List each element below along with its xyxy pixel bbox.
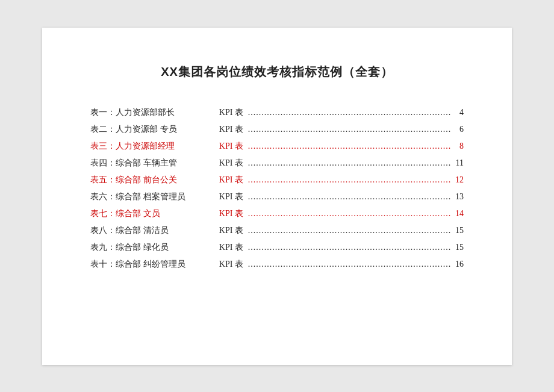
toc-kpi: KPI 表	[214, 222, 248, 239]
toc-page: 12	[451, 172, 464, 188]
toc-page: 11	[451, 155, 464, 172]
toc-label: 表一：人力资源部部长	[90, 104, 214, 121]
toc-page: 15	[451, 239, 464, 256]
toc-dots: ........................................…	[248, 188, 452, 205]
toc-page: 16	[451, 256, 464, 273]
toc-dots: ........................................…	[248, 222, 452, 239]
toc-dots: ........................................…	[248, 155, 452, 172]
toc-kpi: KPI 表	[214, 121, 248, 138]
toc-kpi: KPI 表	[214, 155, 248, 172]
toc-page: 4	[451, 104, 464, 121]
toc-kpi: KPI 表	[214, 188, 248, 205]
document-page: XX集团各岗位绩效考核指标范例（全套） 表一：人力资源部部长 KPI 表 ...…	[42, 28, 512, 365]
toc-dots: ........................................…	[248, 138, 452, 155]
toc-page: 15	[451, 222, 464, 239]
toc-kpi: KPI 表	[214, 172, 248, 188]
toc-label: 表六：综合部 档案管理员	[90, 188, 214, 205]
toc-kpi: KPI 表	[214, 256, 248, 273]
toc-page: 13	[451, 188, 464, 205]
toc-page: 6	[451, 121, 464, 138]
toc-dots: ........................................…	[248, 205, 452, 222]
toc-label: 表七：综合部 文员	[90, 205, 214, 222]
toc-label: 表九：综合部 绿化员	[90, 239, 214, 256]
toc-kpi: KPI 表	[214, 239, 248, 256]
toc-kpi: KPI 表	[214, 138, 248, 155]
toc-label: 表五：综合部 前台公关	[90, 172, 214, 188]
toc-kpi: KPI 表	[214, 104, 248, 121]
toc-label: 表四：综合部 车辆主管	[90, 155, 214, 172]
toc-page: 14	[451, 205, 464, 222]
toc-dots: ........................................…	[248, 239, 452, 256]
toc-kpi: KPI 表	[214, 205, 248, 222]
toc-label: 表三：人力资源部经理	[90, 138, 214, 155]
toc-label: 表二：人力资源部 专员	[90, 121, 214, 138]
table-of-contents: 表一：人力资源部部长 KPI 表 .......................…	[90, 104, 464, 273]
toc-dots: ........................................…	[248, 121, 452, 138]
toc-dots: ........................................…	[248, 256, 452, 273]
document-title: XX集团各岗位绩效考核指标范例（全套）	[90, 64, 464, 80]
toc-page: 8	[451, 138, 464, 155]
toc-label: 表八：综合部 清洁员	[90, 222, 214, 239]
toc-dots: ........................................…	[248, 104, 452, 121]
toc-label: 表十：综合部 纠纷管理员	[90, 256, 214, 273]
toc-dots: ........................................…	[248, 172, 452, 188]
